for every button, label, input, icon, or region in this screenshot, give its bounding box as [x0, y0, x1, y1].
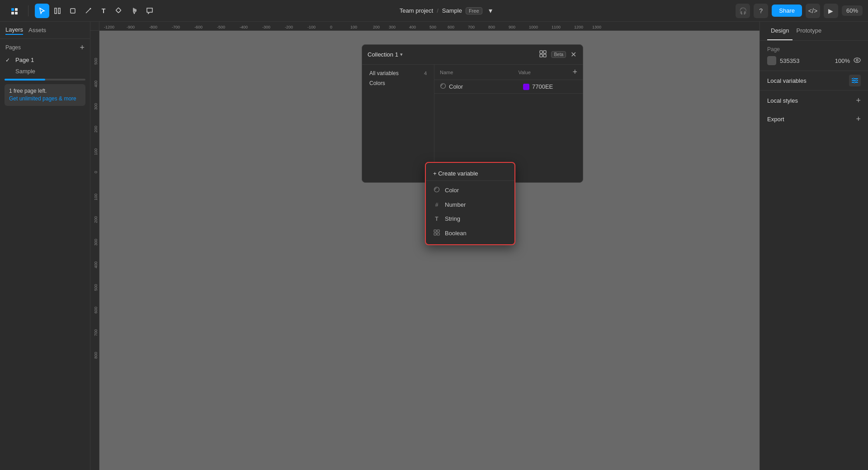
tab-design[interactable]: Design: [767, 22, 793, 40]
page-color-row: 535353 100%: [767, 56, 861, 65]
left-panel: Layers Assets Pages + ✓ Page 1 Sample 1 …: [0, 22, 90, 470]
tab-layers[interactable]: Layers: [5, 25, 23, 35]
color-option-label: Color: [445, 187, 459, 194]
add-variable-button[interactable]: +: [572, 67, 577, 77]
page-limit-fill: [5, 79, 45, 81]
play-button[interactable]: ▶: [824, 4, 838, 18]
code-button[interactable]: </>: [806, 4, 820, 18]
free-page-text: 1 free page left.: [9, 88, 81, 94]
svg-rect-16: [437, 230, 439, 232]
page-active-icon: ✓: [5, 57, 13, 63]
svg-rect-15: [434, 230, 436, 232]
svg-rect-10: [543, 51, 546, 53]
add-local-style-button[interactable]: +: [856, 96, 861, 105]
tab-prototype[interactable]: Prototype: [793, 22, 825, 40]
svg-rect-17: [434, 233, 436, 235]
main-layout: Layers Assets Pages + ✓ Page 1 Sample 1 …: [0, 22, 868, 470]
page-color-swatch[interactable]: [767, 56, 776, 65]
variable-value: 7700EE: [523, 83, 577, 90]
ruler-horizontal: -1200 -900 -800 -700 -600 -500 -400 -300…: [99, 22, 760, 31]
frame-tool-button[interactable]: [50, 4, 65, 18]
local-variables-section: Local variables: [760, 71, 868, 90]
variables-table-header: Name Value +: [434, 65, 583, 80]
right-panel: Design Prototype Page 535353 100% Local …: [760, 22, 868, 470]
page-opacity-value: 100%: [835, 57, 850, 64]
page-label-page1: Page 1: [15, 57, 34, 63]
title-bar: Team project / Sample Free ▾: [160, 4, 734, 18]
collection-name: Collection 1 ▾: [368, 51, 535, 58]
svg-point-24: [853, 78, 854, 80]
svg-rect-8: [116, 8, 121, 13]
grid-view-button[interactable]: [538, 49, 547, 60]
svg-rect-6: [71, 9, 75, 13]
beta-badge: Beta: [551, 51, 566, 58]
dropdown-item-string[interactable]: T String: [426, 212, 514, 226]
dropdown-arrow-button[interactable]: ▾: [486, 4, 495, 18]
project-name: Team project: [400, 7, 433, 14]
colors-section-item[interactable]: Colors: [366, 78, 430, 88]
components-tool-button[interactable]: [112, 4, 126, 18]
ruler-vertical: 500 400 300 200 100 0 100 200 300 400 50…: [90, 31, 99, 470]
color-variable-icon: [433, 186, 440, 194]
dropdown-item-number[interactable]: # Number: [426, 198, 514, 212]
variables-sidebar: All variables 4 Colors: [362, 65, 434, 182]
svg-point-25: [856, 80, 857, 81]
export-section: Export +: [760, 109, 868, 128]
visibility-toggle-button[interactable]: [854, 57, 861, 64]
svg-rect-2: [11, 12, 14, 14]
pages-title: Pages: [5, 44, 21, 51]
color-swatch: [523, 84, 529, 90]
close-panel-button[interactable]: ✕: [570, 49, 577, 60]
string-variable-icon: T: [433, 216, 440, 222]
page-item-page1[interactable]: ✓ Page 1: [0, 54, 90, 66]
svg-rect-3: [15, 12, 18, 14]
svg-rect-4: [55, 8, 57, 14]
svg-rect-5: [58, 8, 60, 14]
pen-tool-button[interactable]: [81, 4, 95, 18]
variable-row-color[interactable]: Color 7700EE: [434, 80, 583, 94]
boolean-option-label: Boolean: [445, 230, 467, 237]
col-value-header: Value: [518, 70, 572, 75]
local-variables-button[interactable]: [849, 75, 861, 86]
left-tabs: Layers Assets: [0, 22, 90, 39]
help-button[interactable]: ?: [754, 4, 768, 18]
zoom-indicator[interactable]: 60%: [842, 5, 863, 16]
share-button[interactable]: Share: [772, 5, 802, 17]
canvas-area[interactable]: -1200 -900 -800 -700 -600 -500 -400 -300…: [90, 22, 760, 470]
ruler-corner: [90, 22, 99, 31]
export-label: Export: [767, 116, 784, 123]
page-item-sample[interactable]: Sample: [0, 66, 90, 77]
svg-rect-18: [437, 233, 439, 235]
number-option-label: Number: [445, 201, 466, 208]
headphone-button[interactable]: 🎧: [736, 4, 750, 18]
string-option-label: String: [445, 215, 460, 222]
toolbar-menu-group: [5, 4, 24, 18]
collection-dropdown-icon[interactable]: ▾: [400, 52, 403, 57]
all-variables-item[interactable]: All variables 4: [366, 68, 430, 78]
svg-point-19: [854, 58, 860, 62]
toolbar-separator-1: [28, 5, 28, 16]
svg-point-20: [856, 59, 858, 61]
select-tool-button[interactable]: [35, 4, 49, 18]
local-styles-section: Local styles +: [760, 90, 868, 109]
hand-tool-button[interactable]: [127, 4, 142, 18]
menu-button[interactable]: [7, 4, 22, 18]
text-tool-button[interactable]: T: [96, 4, 111, 18]
col-name-header: Name: [440, 70, 518, 75]
svg-point-7: [90, 8, 91, 9]
comment-tool-button[interactable]: [142, 4, 157, 18]
tab-assets[interactable]: Assets: [28, 26, 46, 34]
pages-header: Pages +: [0, 39, 90, 54]
page-color-value: 535353: [780, 57, 831, 64]
upgrade-link[interactable]: Get unlimited pages & more: [9, 95, 76, 102]
dropdown-item-color[interactable]: Color: [426, 183, 514, 198]
add-export-button[interactable]: +: [856, 114, 861, 124]
svg-rect-0: [11, 8, 14, 11]
add-page-button[interactable]: +: [80, 43, 85, 52]
dropdown-item-boolean[interactable]: Boolean: [426, 226, 514, 241]
shape-tool-button[interactable]: [66, 4, 80, 18]
create-variable-label: + Create variable: [433, 170, 478, 177]
create-variable-header: + Create variable: [426, 166, 514, 181]
svg-rect-11: [540, 54, 542, 57]
create-variable-dropdown: + Create variable Color # Number T Strin…: [425, 162, 515, 245]
